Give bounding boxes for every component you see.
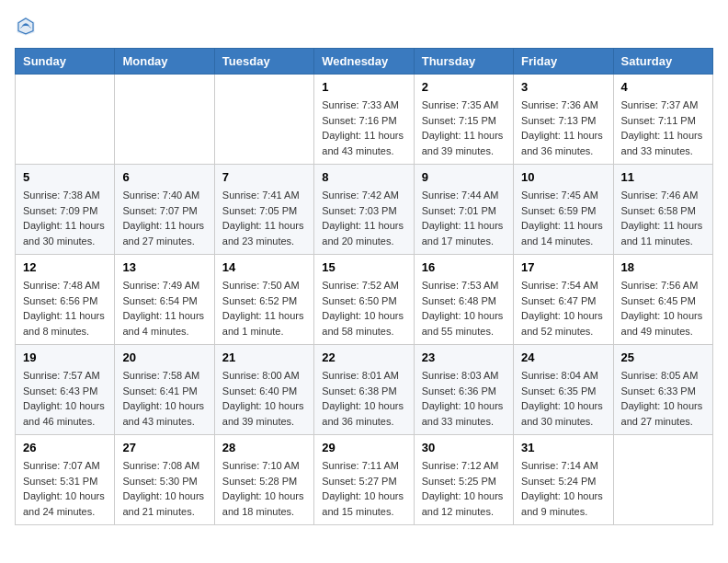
day-info: Sunrise: 7:44 AMSunset: 7:01 PMDaylight:… — [422, 188, 506, 248]
header-monday: Monday — [115, 49, 214, 75]
logo-icon — [15, 15, 37, 37]
calendar-body: 1Sunrise: 7:33 AMSunset: 7:16 PMDaylight… — [16, 75, 713, 525]
day-info: Sunrise: 7:36 AMSunset: 7:13 PMDaylight:… — [521, 98, 605, 158]
header-row: SundayMondayTuesdayWednesdayThursdayFrid… — [16, 49, 713, 75]
day-info: Sunrise: 8:00 AMSunset: 6:40 PMDaylight:… — [222, 368, 306, 429]
day-cell: 1Sunrise: 7:33 AMSunset: 7:16 PMDaylight… — [314, 75, 414, 165]
day-number: 18 — [621, 260, 705, 274]
day-info: Sunrise: 7:38 AMSunset: 7:09 PMDaylight:… — [23, 188, 107, 248]
day-info: Sunrise: 7:11 AMSunset: 5:27 PMDaylight:… — [322, 458, 405, 519]
day-cell: 30Sunrise: 7:12 AMSunset: 5:25 PMDayligh… — [414, 435, 513, 525]
page-header — [15, 15, 713, 37]
day-cell: 28Sunrise: 7:10 AMSunset: 5:28 PMDayligh… — [214, 435, 313, 525]
day-cell: 21Sunrise: 8:00 AMSunset: 6:40 PMDayligh… — [214, 345, 313, 435]
week-row-4: 26Sunrise: 7:07 AMSunset: 5:31 PMDayligh… — [16, 435, 713, 525]
day-number: 26 — [23, 441, 107, 454]
calendar-header: SundayMondayTuesdayWednesdayThursdayFrid… — [16, 49, 713, 75]
day-info: Sunrise: 7:14 AMSunset: 5:24 PMDaylight:… — [521, 458, 605, 519]
day-info: Sunrise: 7:10 AMSunset: 5:28 PMDaylight:… — [222, 458, 306, 519]
day-number: 16 — [422, 260, 506, 274]
day-number: 22 — [322, 350, 405, 364]
day-info: Sunrise: 7:12 AMSunset: 5:25 PMDaylight:… — [422, 458, 506, 519]
header-saturday: Saturday — [613, 49, 712, 75]
day-cell: 31Sunrise: 7:14 AMSunset: 5:24 PMDayligh… — [514, 435, 613, 525]
day-cell: 15Sunrise: 7:52 AMSunset: 6:50 PMDayligh… — [314, 255, 414, 345]
day-number: 6 — [122, 170, 206, 184]
day-info: Sunrise: 7:58 AMSunset: 6:41 PMDaylight:… — [122, 368, 206, 429]
day-cell: 14Sunrise: 7:50 AMSunset: 6:52 PMDayligh… — [214, 255, 313, 345]
day-info: Sunrise: 8:03 AMSunset: 6:36 PMDaylight:… — [422, 368, 506, 429]
day-info: Sunrise: 7:57 AMSunset: 6:43 PMDaylight:… — [23, 368, 107, 429]
day-cell: 13Sunrise: 7:49 AMSunset: 6:54 PMDayligh… — [115, 255, 214, 345]
day-number: 17 — [521, 260, 605, 274]
day-number: 9 — [422, 170, 506, 184]
day-cell: 12Sunrise: 7:48 AMSunset: 6:56 PMDayligh… — [16, 255, 115, 345]
day-cell: 25Sunrise: 8:05 AMSunset: 6:33 PMDayligh… — [613, 345, 712, 435]
day-info: Sunrise: 7:53 AMSunset: 6:48 PMDaylight:… — [422, 278, 506, 339]
day-number: 24 — [521, 350, 605, 364]
day-info: Sunrise: 7:54 AMSunset: 6:47 PMDaylight:… — [521, 278, 605, 339]
svg-marker-0 — [17, 17, 34, 35]
week-row-2: 12Sunrise: 7:48 AMSunset: 6:56 PMDayligh… — [16, 255, 713, 345]
day-number: 1 — [322, 80, 405, 94]
day-cell: 10Sunrise: 7:45 AMSunset: 6:59 PMDayligh… — [514, 165, 613, 255]
header-tuesday: Tuesday — [214, 49, 313, 75]
day-number: 4 — [621, 80, 705, 94]
day-number: 20 — [122, 350, 206, 364]
day-number: 3 — [521, 80, 605, 94]
day-info: Sunrise: 8:04 AMSunset: 6:35 PMDaylight:… — [521, 368, 605, 429]
day-info: Sunrise: 7:33 AMSunset: 7:16 PMDaylight:… — [322, 98, 405, 158]
logo — [15, 15, 40, 37]
day-number: 30 — [422, 441, 506, 454]
day-info: Sunrise: 7:52 AMSunset: 6:50 PMDaylight:… — [322, 278, 405, 339]
day-cell: 17Sunrise: 7:54 AMSunset: 6:47 PMDayligh… — [514, 255, 613, 345]
day-info: Sunrise: 7:41 AMSunset: 7:05 PMDaylight:… — [222, 188, 306, 248]
day-cell: 22Sunrise: 8:01 AMSunset: 6:38 PMDayligh… — [314, 345, 414, 435]
day-cell: 20Sunrise: 7:58 AMSunset: 6:41 PMDayligh… — [115, 345, 214, 435]
day-number: 5 — [23, 170, 107, 184]
day-info: Sunrise: 7:56 AMSunset: 6:45 PMDaylight:… — [621, 278, 705, 339]
day-info: Sunrise: 7:08 AMSunset: 5:30 PMDaylight:… — [122, 458, 206, 519]
day-number: 10 — [521, 170, 605, 184]
day-cell — [214, 75, 313, 165]
day-cell: 7Sunrise: 7:41 AMSunset: 7:05 PMDaylight… — [214, 165, 313, 255]
day-info: Sunrise: 7:45 AMSunset: 6:59 PMDaylight:… — [521, 188, 605, 248]
day-number: 31 — [521, 441, 605, 454]
day-cell: 24Sunrise: 8:04 AMSunset: 6:35 PMDayligh… — [514, 345, 613, 435]
day-number: 29 — [322, 441, 405, 454]
day-cell — [613, 435, 712, 525]
day-cell: 8Sunrise: 7:42 AMSunset: 7:03 PMDaylight… — [314, 165, 414, 255]
header-thursday: Thursday — [414, 49, 513, 75]
day-info: Sunrise: 7:50 AMSunset: 6:52 PMDaylight:… — [222, 278, 306, 339]
day-cell: 18Sunrise: 7:56 AMSunset: 6:45 PMDayligh… — [613, 255, 712, 345]
day-number: 12 — [23, 260, 107, 274]
day-number: 8 — [322, 170, 405, 184]
day-info: Sunrise: 7:49 AMSunset: 6:54 PMDaylight:… — [122, 278, 206, 339]
day-number: 7 — [222, 170, 306, 184]
header-friday: Friday — [514, 49, 613, 75]
day-info: Sunrise: 7:07 AMSunset: 5:31 PMDaylight:… — [23, 458, 107, 519]
week-row-3: 19Sunrise: 7:57 AMSunset: 6:43 PMDayligh… — [16, 345, 713, 435]
day-cell: 6Sunrise: 7:40 AMSunset: 7:07 PMDaylight… — [115, 165, 214, 255]
day-info: Sunrise: 7:46 AMSunset: 6:58 PMDaylight:… — [621, 188, 705, 248]
day-cell: 23Sunrise: 8:03 AMSunset: 6:36 PMDayligh… — [414, 345, 513, 435]
day-info: Sunrise: 7:37 AMSunset: 7:11 PMDaylight:… — [621, 98, 705, 158]
day-number: 15 — [322, 260, 405, 274]
calendar-table: SundayMondayTuesdayWednesdayThursdayFrid… — [15, 48, 713, 525]
day-cell: 27Sunrise: 7:08 AMSunset: 5:30 PMDayligh… — [115, 435, 214, 525]
day-cell — [16, 75, 115, 165]
day-info: Sunrise: 7:35 AMSunset: 7:15 PMDaylight:… — [422, 98, 506, 158]
day-number: 11 — [621, 170, 705, 184]
day-info: Sunrise: 7:48 AMSunset: 6:56 PMDaylight:… — [23, 278, 107, 339]
day-info: Sunrise: 7:42 AMSunset: 7:03 PMDaylight:… — [322, 188, 405, 248]
day-cell: 5Sunrise: 7:38 AMSunset: 7:09 PMDaylight… — [16, 165, 115, 255]
day-info: Sunrise: 8:05 AMSunset: 6:33 PMDaylight:… — [621, 368, 705, 429]
day-number: 25 — [621, 350, 705, 364]
day-cell: 3Sunrise: 7:36 AMSunset: 7:13 PMDaylight… — [514, 75, 613, 165]
day-cell: 16Sunrise: 7:53 AMSunset: 6:48 PMDayligh… — [414, 255, 513, 345]
day-cell: 2Sunrise: 7:35 AMSunset: 7:15 PMDaylight… — [414, 75, 513, 165]
day-number: 19 — [23, 350, 107, 364]
day-number: 28 — [222, 441, 306, 454]
header-wednesday: Wednesday — [314, 49, 414, 75]
day-number: 14 — [222, 260, 306, 274]
